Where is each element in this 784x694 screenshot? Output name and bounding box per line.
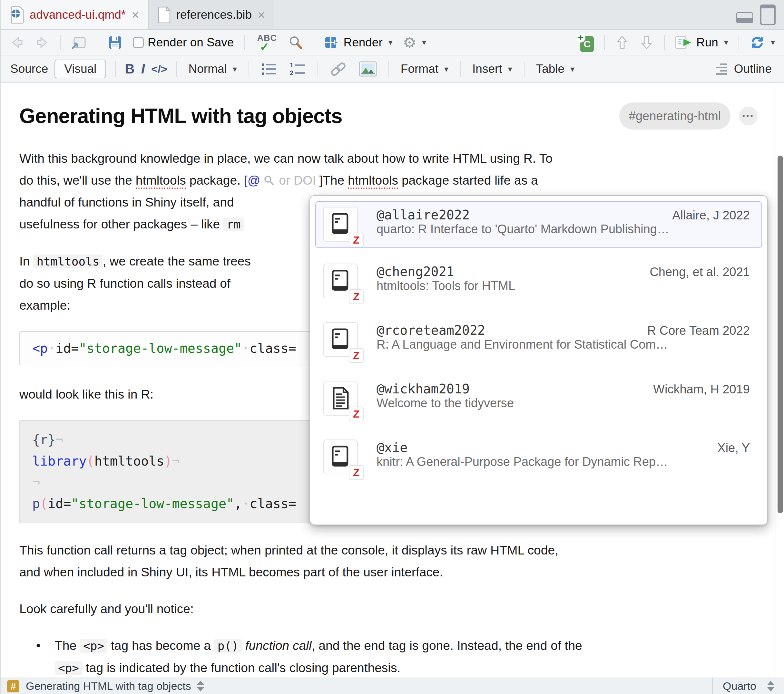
code-format-button[interactable]: </> <box>151 63 167 76</box>
section-navigator[interactable]: # Generating HTML with tag objects <box>1 680 712 692</box>
citation-widget[interactable]: [@ <box>244 173 260 187</box>
render-settings-button[interactable]: ⚙ ▾ <box>400 34 429 51</box>
inline-code: <p> <box>55 661 82 675</box>
chevron-down-icon[interactable]: ▾ <box>389 37 393 48</box>
chevron-down-icon[interactable]: ▾ <box>771 37 775 48</box>
table-menu[interactable]: Table ▾ <box>534 61 577 77</box>
citation-autocomplete-popup: Z @allaire2022 Allaire, J 2022 quarto: R… <box>310 195 768 525</box>
section-menu-button[interactable]: ••• <box>739 107 758 125</box>
visual-mode-button[interactable]: Visual <box>54 59 106 78</box>
save-button[interactable] <box>105 34 125 51</box>
format-menu[interactable]: Format ▾ <box>398 61 451 77</box>
paragraph-4: Look carefully and you'll notice: <box>19 598 758 620</box>
chevron-down-icon[interactable]: ▾ <box>422 37 426 48</box>
source-mode-button[interactable]: Source <box>10 62 48 76</box>
insert-link-button[interactable] <box>327 60 350 78</box>
file-icon <box>158 7 171 23</box>
spellcheck-button[interactable]: ABC ✓ <box>252 32 280 53</box>
tab-label: references.bib <box>176 8 252 21</box>
up-arrow-icon <box>615 35 629 51</box>
insert-menu[interactable]: Insert ▾ <box>470 61 515 77</box>
citation-item-cheng2021[interactable]: Z @cheng2021 Cheng, et al. 2021 htmltool… <box>315 258 762 305</box>
citation-item-rcoreteam2022[interactable]: Z @rcoreteam2022 R Core Team 2022 R: A L… <box>315 316 762 363</box>
status-bar: # Generating HTML with tag objects Quart… <box>1 678 784 694</box>
popout-window-icon <box>71 35 86 50</box>
rstudio-editor-pane: advanced-ui.qmd* × references.bib × <box>0 0 784 694</box>
find-replace-button[interactable] <box>285 33 306 51</box>
zotero-badge-icon: Z <box>349 348 364 363</box>
document-mode-selector[interactable]: Quarto <box>712 678 784 694</box>
zotero-badge-icon: Z <box>349 406 364 421</box>
citation-item-allaire2022[interactable]: Z @allaire2022 Allaire, J 2022 quarto: R… <box>315 201 762 248</box>
chevron-down-icon[interactable]: ▾ <box>724 37 728 48</box>
current-section-label: Generating HTML with tag objects <box>26 680 191 692</box>
citation-title: quarto: R Interface to 'Quarto' Markdown… <box>377 222 669 236</box>
gear-icon: ⚙ <box>403 35 416 50</box>
insert-image-button[interactable] <box>356 60 379 78</box>
citation-key: @rcoreteam2022 <box>377 323 485 338</box>
tab-references-bib[interactable]: references.bib × <box>148 0 275 29</box>
separator <box>249 61 249 77</box>
inline-code: p() <box>214 639 242 653</box>
close-icon[interactable]: × <box>132 8 139 21</box>
bullet-list-icon <box>261 61 278 76</box>
separator <box>738 35 739 50</box>
back-button[interactable] <box>7 34 27 51</box>
close-icon[interactable]: × <box>258 8 265 21</box>
numbered-list-button[interactable]: 1 2 <box>287 60 308 78</box>
chevron-down-icon: ▾ <box>233 64 237 74</box>
forward-button[interactable] <box>32 34 52 51</box>
separator <box>664 35 665 50</box>
block-format-label: Normal <box>189 62 227 76</box>
scrollbar-track[interactable] <box>776 83 784 678</box>
bullet-list-button[interactable] <box>258 60 280 78</box>
mode-label: Quarto <box>723 680 756 692</box>
tab-label: advanced-ui.qmd* <box>30 8 126 21</box>
block-format-dropdown[interactable]: Normal ▾ <box>186 61 239 77</box>
chevron-down-icon: ▾ <box>570 64 575 74</box>
separator <box>176 61 177 77</box>
render-label: Render <box>343 36 382 49</box>
run-button[interactable]: Run ▾ <box>672 34 731 51</box>
citation-key: @wickham2019 <box>377 382 470 396</box>
spellcheck-icon: ABC ✓ <box>255 33 278 52</box>
render-on-save-checkbox[interactable]: Render on Save <box>130 35 236 51</box>
search-icon <box>288 35 303 50</box>
format-toolbar: Source Visual B I </> Normal ▾ 1 2 <box>1 56 784 83</box>
up-down-selector-icon[interactable] <box>767 681 774 691</box>
maximize-pane-icon[interactable] <box>760 5 776 25</box>
up-down-selector-icon[interactable] <box>197 681 204 691</box>
bold-button[interactable]: B <box>125 61 134 77</box>
citation-item-wickham2019[interactable]: Z @wickham2019 Wickham, H 2019 Welcome t… <box>315 375 762 422</box>
citation-author: Wickham, H 2019 <box>653 382 754 396</box>
inline-code: htmltools <box>33 255 102 268</box>
rerun-button[interactable]: ▾ <box>747 33 777 51</box>
zotero-badge-icon: Z <box>349 289 364 304</box>
table-menu-label: Table <box>536 62 565 76</box>
insert-chunk-button[interactable]: C + <box>573 31 596 53</box>
chevron-down-icon: ▾ <box>444 64 448 74</box>
open-in-new-window-button[interactable] <box>68 34 89 51</box>
render-button[interactable]: Render ▾ <box>322 35 395 51</box>
tab-advanced-ui-qmd[interactable]: advanced-ui.qmd* × <box>1 0 148 29</box>
citation-item-xie[interactable]: Z @xie Xie, Y knitr: A General-Purpose P… <box>315 434 762 481</box>
run-label: Run <box>696 36 718 49</box>
citation-title: Welcome to the tidyverse <box>377 396 514 410</box>
toolbar-right-group: C + Run ▾ <box>573 31 777 53</box>
outline-toggle-button[interactable]: Outline <box>713 61 774 77</box>
separator <box>314 35 314 50</box>
section-anchor-badge: #generating-html <box>619 102 730 130</box>
next-chunk-button[interactable] <box>637 33 656 52</box>
chevron-down-icon: ▾ <box>508 64 512 74</box>
bullet-icon: • <box>19 635 55 678</box>
link-icon <box>330 61 347 76</box>
previous-chunk-button[interactable] <box>613 33 632 52</box>
heading-hash-icon: # <box>7 680 19 692</box>
scrollbar-thumb[interactable] <box>777 156 783 513</box>
italic-button[interactable]: I <box>141 61 145 77</box>
zotero-badge-icon: Z <box>349 465 364 480</box>
checkbox-icon[interactable] <box>133 37 144 48</box>
minimize-pane-icon[interactable] <box>736 12 753 23</box>
citation-title: htmltools: Tools for HTML <box>377 279 515 293</box>
save-icon <box>108 35 122 50</box>
